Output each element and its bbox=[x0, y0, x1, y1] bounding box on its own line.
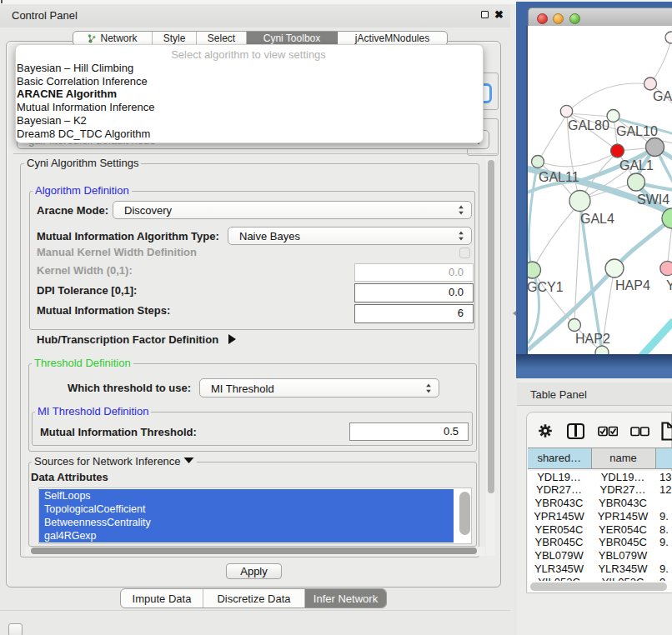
svg-text:GAL7: GAL7 bbox=[653, 89, 672, 103]
svg-text:Y: Y bbox=[666, 278, 672, 292]
svg-text:HAP4: HAP4 bbox=[615, 278, 650, 292]
svg-text:GCY1: GCY1 bbox=[528, 280, 564, 294]
svg-text:GAL1: GAL1 bbox=[619, 158, 654, 172]
svg-text:HAP2: HAP2 bbox=[575, 332, 610, 346]
svg-text:GAL4: GAL4 bbox=[580, 212, 614, 226]
svg-text:SWI4: SWI4 bbox=[637, 192, 669, 207]
svg-text:GAL10: GAL10 bbox=[616, 124, 658, 138]
svg-text:GAL80: GAL80 bbox=[568, 118, 609, 132]
svg-text:GAL11: GAL11 bbox=[539, 170, 579, 184]
